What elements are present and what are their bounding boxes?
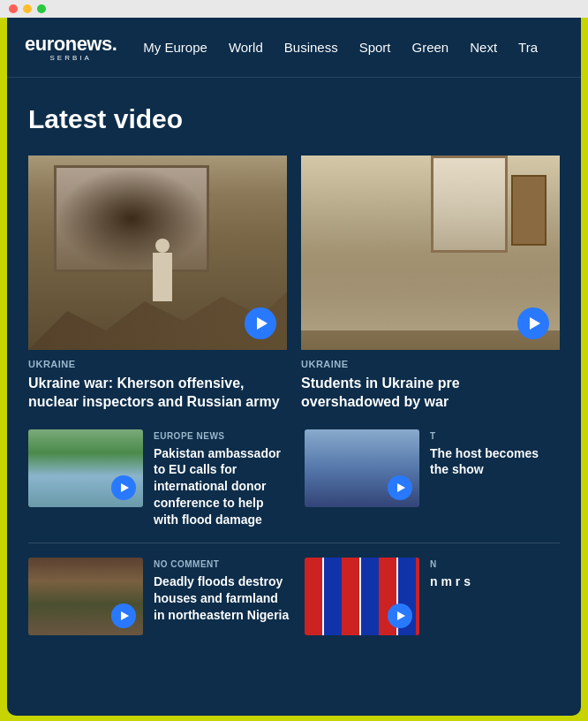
small-card-pakistan-title: Pakistan ambassador to EU calls for inte…	[154, 445, 290, 528]
featured-card-ukraine-war[interactable]: UKRAINE Ukraine war: Kherson offensive, …	[28, 156, 287, 412]
play-button-third[interactable]	[388, 475, 412, 500]
small-card-flags-content: N n m r s	[430, 558, 560, 590]
nav-item-my-europe[interactable]: My Europe	[143, 40, 207, 55]
card-category-ukraine-war: UKRAINE	[28, 359, 287, 369]
nav-item-world[interactable]: World	[229, 40, 263, 55]
small-card-third-content: T The host becomes the show	[430, 429, 560, 479]
small-card-third[interactable]: T The host becomes the show	[305, 429, 560, 528]
small-card-pakistan-category: EUROPE NEWS	[154, 431, 290, 441]
small-card-nigeria-content: NO COMMENT Deadly floods destroy houses …	[154, 558, 290, 624]
card-title-ukraine-war: Ukraine war: Kherson offensive, nuclear …	[28, 375, 287, 412]
featured-card-ukraine-students-image	[301, 156, 560, 350]
logo-euro: euro	[25, 33, 65, 55]
section-title: Latest video	[28, 104, 560, 134]
card-title-ukraine-students: Students in Ukraine pre overshadowed by …	[301, 375, 560, 412]
app-window: euronews. SERBIA My Europe World Busines…	[7, 18, 581, 716]
small-cards-row-2: NO COMMENT Deadly floods destroy houses …	[28, 558, 560, 635]
play-button-ukraine-war[interactable]	[245, 307, 276, 339]
small-card-third-image	[305, 429, 419, 507]
small-card-flags-category: N	[430, 559, 560, 569]
small-cards-row-1: EUROPE NEWS Pakistan ambassador to EU ca…	[28, 429, 560, 543]
small-card-pakistan-image	[28, 429, 143, 507]
nav-menu: My Europe World Business Sport Green Nex…	[143, 40, 538, 55]
small-card-nigeria-image	[28, 558, 143, 635]
play-button-pakistan[interactable]	[111, 475, 136, 500]
nav-item-green[interactable]: Green	[412, 40, 449, 55]
small-card-pakistan-content: EUROPE NEWS Pakistan ambassador to EU ca…	[154, 429, 290, 528]
browser-minimize-dot[interactable]	[23, 4, 32, 13]
featured-row: UKRAINE Ukraine war: Kherson offensive, …	[28, 156, 560, 412]
small-card-flags-title: n m r s	[430, 573, 560, 590]
logo[interactable]: euronews. SERBIA	[25, 33, 117, 62]
nav-item-business[interactable]: Business	[284, 40, 338, 55]
small-card-nigeria[interactable]: NO COMMENT Deadly floods destroy houses …	[28, 558, 290, 635]
nav-item-next[interactable]: Next	[470, 40, 497, 55]
logo-text: euronews.	[25, 33, 117, 56]
navbar: euronews. SERBIA My Europe World Busines…	[7, 18, 581, 78]
play-button-ukraine-students[interactable]	[517, 307, 549, 339]
logo-sub: SERBIA	[49, 54, 91, 62]
small-card-flags-image	[305, 558, 419, 635]
small-card-third-title: The host becomes the show	[430, 445, 560, 479]
small-card-pakistan[interactable]: EUROPE NEWS Pakistan ambassador to EU ca…	[28, 429, 290, 528]
card-category-ukraine-students: UKRAINE	[301, 359, 560, 369]
browser-maximize-dot[interactable]	[37, 4, 46, 13]
small-card-nigeria-title: Deadly floods destroy houses and farmlan…	[154, 573, 290, 624]
nav-item-sport[interactable]: Sport	[359, 40, 391, 55]
play-button-nigeria[interactable]	[111, 603, 136, 628]
nav-item-travel[interactable]: Tra	[518, 40, 538, 55]
main-content: Latest video UKRAINE Ukraine war: Kherso…	[7, 78, 581, 653]
browser-close-dot[interactable]	[9, 4, 18, 13]
logo-news: news.	[65, 33, 117, 55]
small-card-nigeria-category: NO COMMENT	[154, 559, 290, 569]
play-button-flags[interactable]	[388, 603, 412, 628]
featured-card-ukraine-students[interactable]: UKRAINE Students in Ukraine pre overshad…	[301, 156, 560, 412]
small-card-flags[interactable]: N n m r s	[305, 558, 560, 635]
featured-card-ukraine-war-image	[28, 156, 287, 350]
browser-chrome	[0, 0, 588, 18]
small-card-third-category: T	[430, 431, 560, 441]
